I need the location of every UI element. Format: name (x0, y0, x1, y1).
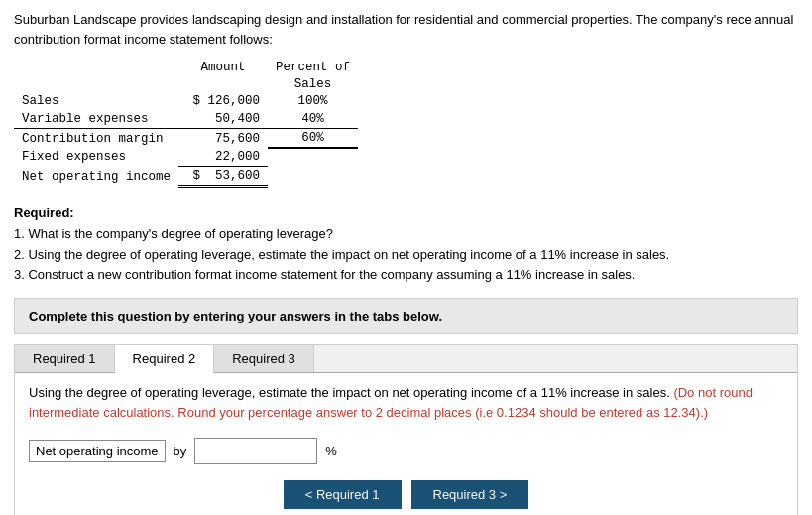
required-section: Required: 1. What is the company's degre… (14, 203, 798, 286)
prev-button[interactable]: < Required 1 (284, 480, 402, 509)
sales-header: Sales (268, 75, 358, 92)
amount-header: Amount (178, 59, 268, 75)
instruction-normal: Using the degree of operating leverage, … (29, 385, 670, 400)
net-operating-income-input-row: Net operating income by % (29, 432, 783, 470)
intro-text: Suburban Landscape provides landscaping … (14, 10, 798, 49)
tabs-header: Required 1 Required 2 Required 3 (15, 345, 797, 373)
complete-instruction-box: Complete this question by entering your … (14, 298, 798, 334)
required-item-1: 1. What is the company's degree of opera… (14, 224, 798, 245)
tab-required-2[interactable]: Required 2 (115, 345, 215, 373)
next-button[interactable]: Required 3 > (411, 480, 529, 509)
complete-instruction-text: Complete this question by entering your … (29, 309, 442, 323)
percentage-input[interactable] (201, 442, 310, 460)
table-row: Sales $ 126,000 100% (14, 92, 358, 110)
table-row: Fixed expenses 22,000 (14, 148, 358, 167)
percent-of-sales-header: Percent of (268, 59, 358, 75)
net-op-income-label-box: Net operating income (29, 440, 166, 462)
income-table: Amount Percent of Sales Sales $ 126,000 … (14, 59, 358, 188)
required-item-3: 3. Construct a new contribution format i… (14, 265, 798, 286)
net-op-income-label: Net operating income (36, 444, 159, 458)
percent-symbol: % (325, 444, 337, 458)
nav-buttons: < Required 1 Required 3 > (29, 480, 783, 509)
table-row: Contribution margin 75,600 60% (14, 129, 358, 149)
percentage-input-box[interactable] (194, 438, 317, 464)
tabs-container: Required 1 Required 2 Required 3 Using t… (14, 344, 798, 515)
tab2-instruction: Using the degree of operating leverage, … (29, 383, 783, 422)
required-title: Required: (14, 205, 74, 220)
table-row: Net operating income $ 53,600 (14, 167, 358, 187)
table-row: Variable expenses 50,400 40% (14, 110, 358, 129)
required-item-2: 2. Using the degree of operating leverag… (14, 245, 798, 266)
tab-required-3[interactable]: Required 3 (214, 345, 314, 372)
tab-content-required-2: Using the degree of operating leverage, … (15, 373, 797, 515)
by-label: by (174, 444, 187, 458)
tab-required-1[interactable]: Required 1 (15, 345, 115, 372)
